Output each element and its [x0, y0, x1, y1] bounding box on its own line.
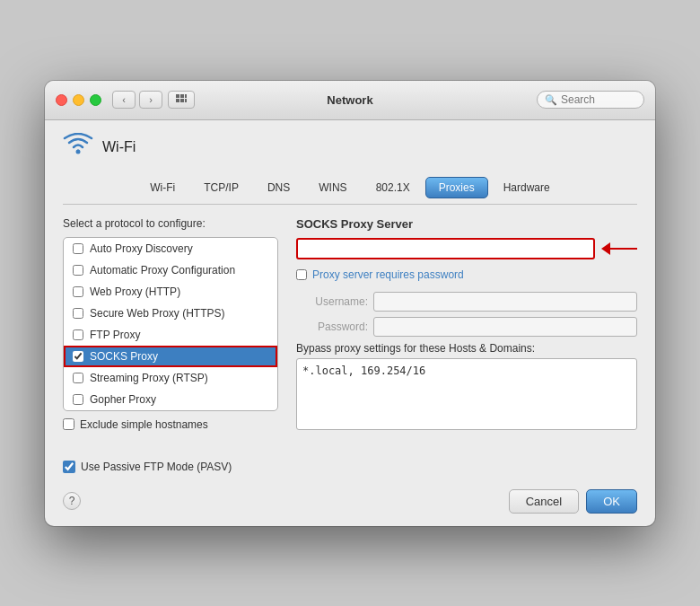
tabs-bar: Wi-Fi TCP/IP DNS WINS 802.1X Proxies Har…: [45, 171, 655, 204]
streaming-proxy-label: Streaming Proxy (RTSP): [90, 372, 208, 384]
pasv-bar: Use Passive FTP Mode (PASV): [45, 452, 655, 482]
close-button[interactable]: [56, 94, 67, 106]
ftp-proxy-label: FTP Proxy: [90, 329, 140, 341]
svg-rect-3: [176, 99, 179, 102]
protocol-gopher-proxy[interactable]: Gopher Proxy: [64, 389, 277, 410]
footer-buttons: Cancel OK: [509, 489, 637, 514]
password-input[interactable]: [373, 317, 637, 337]
search-box[interactable]: 🔍: [537, 91, 644, 109]
arrow-head-icon: [601, 242, 610, 255]
streaming-proxy-checkbox[interactable]: [73, 373, 83, 383]
exclude-hostnames-checkbox[interactable]: [63, 418, 74, 430]
pasv-row[interactable]: Use Passive FTP Mode (PASV): [63, 461, 637, 473]
pasv-checkbox[interactable]: [63, 461, 75, 473]
wifi-icon: [63, 133, 93, 162]
tab-wins[interactable]: WINS: [305, 177, 360, 198]
svg-rect-5: [185, 99, 187, 102]
back-button[interactable]: ‹: [112, 91, 136, 109]
arrow-indicator: [602, 242, 637, 255]
footer: ? Cancel OK: [45, 482, 655, 526]
maximize-button[interactable]: [90, 94, 101, 106]
main-window: ‹ › Network 🔍: [45, 81, 655, 526]
window-title: Network: [327, 93, 372, 107]
forward-button[interactable]: ›: [139, 91, 162, 109]
protocol-socks-proxy[interactable]: SOCKS Proxy: [64, 346, 277, 367]
content-area: Select a protocol to configure: Auto Pro…: [45, 205, 655, 446]
nav-buttons: ‹ ›: [112, 91, 162, 109]
grid-button[interactable]: [168, 91, 195, 109]
proxy-password-label: Proxy server requires password: [312, 268, 464, 281]
svg-rect-2: [185, 94, 187, 98]
protocol-auto-proxy-discovery[interactable]: Auto Proxy Discovery: [64, 238, 277, 259]
tab-8021x[interactable]: 802.1X: [363, 177, 424, 198]
search-input[interactable]: [561, 93, 642, 106]
right-panel: SOCKS Proxy Server Proxy server requires…: [296, 217, 637, 434]
username-input[interactable]: [373, 292, 637, 312]
protocol-ftp-proxy[interactable]: FTP Proxy: [64, 324, 277, 346]
bypass-label: Bypass proxy settings for these Hosts & …: [296, 342, 637, 355]
web-proxy-http-checkbox[interactable]: [73, 286, 83, 297]
tab-proxies[interactable]: Proxies: [425, 177, 488, 198]
auto-proxy-config-label: Automatic Proxy Configuration: [90, 264, 235, 277]
tab-dns[interactable]: DNS: [254, 177, 303, 198]
tab-tcpip[interactable]: TCP/IP: [190, 177, 252, 198]
protocol-streaming-proxy[interactable]: Streaming Proxy (RTSP): [64, 367, 277, 389]
svg-rect-1: [180, 94, 184, 98]
socks-server-input[interactable]: [296, 238, 595, 259]
traffic-lights: [56, 94, 101, 106]
exclude-hostnames-label: Exclude simple hostnames: [80, 418, 208, 431]
password-row: Password:: [296, 317, 637, 337]
search-icon: 🔍: [545, 94, 557, 106]
username-label: Username:: [296, 295, 368, 308]
proxy-password-checkbox[interactable]: [296, 269, 307, 280]
left-panel: Select a protocol to configure: Auto Pro…: [63, 217, 278, 434]
ok-button[interactable]: OK: [586, 489, 637, 514]
password-label: Password:: [296, 321, 368, 333]
secure-web-proxy-checkbox[interactable]: [73, 308, 83, 319]
secure-web-proxy-label: Secure Web Proxy (HTTPS): [90, 307, 224, 320]
protocol-web-proxy-http[interactable]: Web Proxy (HTTP): [64, 281, 277, 303]
ftp-proxy-checkbox[interactable]: [73, 329, 83, 340]
minimize-button[interactable]: [73, 94, 84, 106]
gopher-proxy-label: Gopher Proxy: [90, 393, 156, 406]
proxy-password-row[interactable]: Proxy server requires password: [296, 268, 637, 281]
protocol-auto-proxy-config[interactable]: Automatic Proxy Configuration: [64, 259, 277, 281]
socks-proxy-label: SOCKS Proxy: [90, 350, 158, 363]
protocol-secure-web-proxy[interactable]: Secure Web Proxy (HTTPS): [64, 303, 277, 324]
tab-wifi[interactable]: Wi-Fi: [136, 177, 188, 198]
tab-hardware[interactable]: Hardware: [490, 177, 564, 198]
socks-proxy-checkbox[interactable]: [73, 351, 83, 362]
auto-proxy-label: Auto Proxy Discovery: [90, 242, 193, 255]
pasv-label: Use Passive FTP Mode (PASV): [81, 461, 232, 473]
bypass-section: Bypass proxy settings for these Hosts & …: [296, 342, 637, 434]
auto-proxy-checkbox[interactable]: [73, 243, 83, 254]
username-row: Username:: [296, 292, 637, 312]
help-button[interactable]: ?: [63, 492, 81, 510]
svg-rect-0: [176, 94, 179, 98]
titlebar: ‹ › Network 🔍: [45, 81, 655, 120]
wifi-header: Wi-Fi: [45, 120, 655, 171]
wifi-label: Wi-Fi: [102, 139, 136, 155]
svg-rect-4: [180, 99, 184, 102]
protocol-list-title: Select a protocol to configure:: [63, 217, 278, 230]
socks-server-label: SOCKS Proxy Server: [296, 217, 637, 231]
web-proxy-http-label: Web Proxy (HTTP): [90, 285, 180, 298]
gopher-proxy-checkbox[interactable]: [73, 394, 83, 405]
svg-point-6: [76, 149, 81, 154]
protocol-list: Auto Proxy Discovery Automatic Proxy Con…: [63, 237, 278, 411]
cancel-button[interactable]: Cancel: [509, 489, 579, 514]
arrow-line-icon: [610, 248, 637, 250]
bypass-textarea[interactable]: [296, 358, 637, 430]
auto-proxy-config-checkbox[interactable]: [73, 265, 83, 276]
exclude-hostnames-row[interactable]: Exclude simple hostnames: [63, 418, 278, 431]
server-input-row: [296, 238, 637, 259]
